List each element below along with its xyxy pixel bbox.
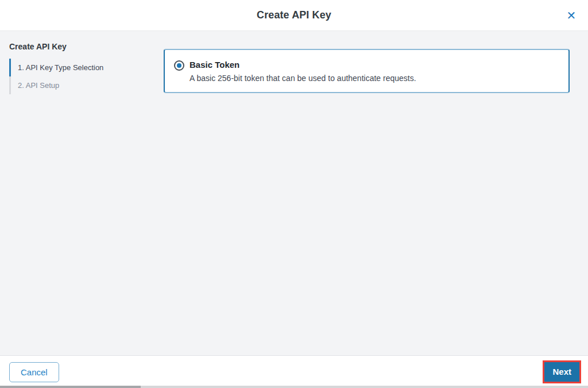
modal-footer: Cancel Next: [0, 355, 588, 388]
modal-title: Create API Key: [257, 9, 331, 21]
cancel-button[interactable]: Cancel: [9, 362, 59, 382]
option-label: Basic Token: [189, 60, 559, 70]
next-button[interactable]: Next: [544, 362, 579, 382]
modal-header: Create API Key ✕: [0, 0, 588, 31]
wizard-content: Basic Token A basic 256-bit token that c…: [164, 31, 588, 355]
create-api-key-modal: Create API Key ✕ Create API Key 1. API K…: [0, 0, 588, 388]
horizontal-scrollbar[interactable]: [0, 386, 588, 388]
radio-selected-icon[interactable]: [174, 60, 184, 71]
wizard-steps: 1. API Key Type Selection 2. API Setup: [9, 59, 158, 94]
close-icon[interactable]: ✕: [563, 7, 580, 24]
modal-body: Create API Key 1. API Key Type Selection…: [0, 31, 588, 355]
horizontal-scrollbar-thumb[interactable]: [0, 386, 141, 388]
radio-dot: [177, 63, 181, 68]
wizard-step-api-setup[interactable]: 2. API Setup: [9, 76, 158, 94]
basic-token-option-card[interactable]: Basic Token A basic 256-bit token that c…: [164, 49, 570, 93]
next-button-highlight: Next: [543, 360, 581, 383]
wizard-step-api-key-type-selection[interactable]: 1. API Key Type Selection: [9, 59, 158, 76]
option-description: A basic 256-bit token that can be used t…: [189, 74, 559, 83]
wizard-sidebar: Create API Key 1. API Key Type Selection…: [0, 31, 164, 355]
option-texts: Basic Token A basic 256-bit token that c…: [189, 60, 559, 83]
wizard-heading: Create API Key: [9, 42, 158, 51]
